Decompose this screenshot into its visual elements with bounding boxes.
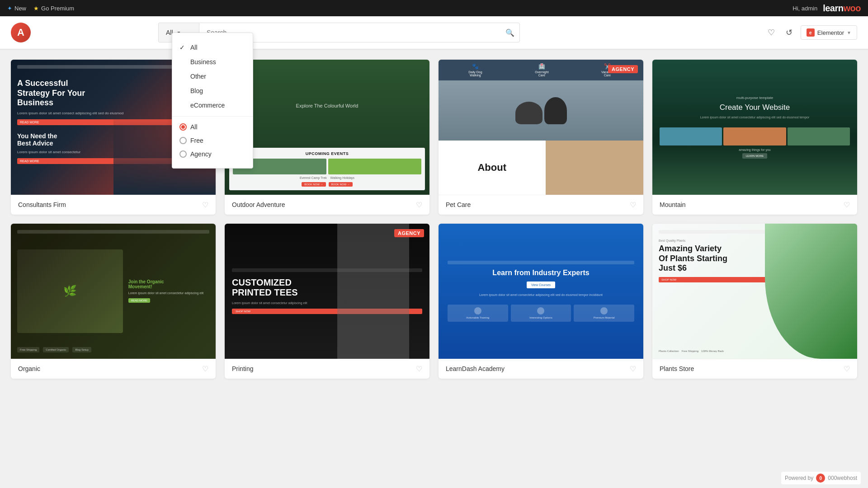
badge-agency-printing: AGENCY bbox=[394, 229, 424, 237]
new-label: New bbox=[14, 5, 26, 12]
card-footer-mountain: Mountain ♡ bbox=[652, 195, 857, 215]
template-card-plants[interactable]: Best Quality Plants Amazing VarietyOf Pl… bbox=[652, 224, 857, 379]
favorite-btn-learndash[interactable]: ♡ bbox=[630, 365, 636, 373]
radio-free-icon bbox=[179, 137, 187, 144]
favorite-btn-consultants[interactable]: ♡ bbox=[202, 201, 208, 209]
templates-grid: A SuccessfulStrategy For YourBusiness Lo… bbox=[0, 49, 868, 389]
learnwoo-logo: learnwoo bbox=[823, 3, 861, 14]
elementor-icon: e bbox=[807, 28, 815, 37]
card-footer-learndash: LearnDash Academy ♡ bbox=[439, 359, 643, 379]
favorites-button[interactable]: ♡ bbox=[765, 25, 778, 40]
search-button[interactable]: 🔍 bbox=[505, 28, 514, 37]
new-button[interactable]: ✦ New bbox=[7, 5, 26, 12]
header: A All ▼ 🔍 ♡ ↺ e Elementor ▼ bbox=[0, 16, 868, 49]
dropdown-item-business[interactable]: Business bbox=[172, 55, 253, 69]
topbar: ✦ New ★ Go Premium Hi, admin learnwoo bbox=[0, 0, 868, 16]
favorite-btn-organic[interactable]: ♡ bbox=[202, 365, 208, 373]
radio-agency-icon bbox=[179, 150, 187, 158]
plus-icon: ✦ bbox=[7, 5, 12, 12]
dropdown-category-section: ✓ All Business Other Blog eCommerce bbox=[172, 37, 253, 116]
favorite-btn-mountain[interactable]: ♡ bbox=[844, 201, 850, 209]
premium-button[interactable]: ★ Go Premium bbox=[33, 5, 74, 12]
thumbnail-mountain: multi-purpose template Create Your Websi… bbox=[652, 60, 857, 195]
card-thumb-printing: CUSTOMIZEDPRINTED TEES Lorem ipsum dolor… bbox=[225, 224, 429, 359]
dropdown-item-all-label: All bbox=[190, 44, 198, 51]
card-footer-organic: Organic ♡ bbox=[11, 359, 216, 379]
dropdown-item-ecommerce[interactable]: eCommerce bbox=[172, 98, 253, 113]
card-title-organic: Organic bbox=[18, 365, 40, 372]
card-title-plants: Plants Store bbox=[660, 365, 694, 372]
card-footer-plants: Plants Store ♡ bbox=[652, 359, 857, 379]
template-card-petcare[interactable]: 🐾 Daily DogWalking 🏥 OvernightCare ✂️ Va… bbox=[439, 60, 643, 215]
template-card-learndash[interactable]: Learn from Industry Experts View Courses… bbox=[439, 224, 643, 379]
card-thumb-plants: Best Quality Plants Amazing VarietyOf Pl… bbox=[652, 224, 857, 359]
thumbnail-plants: Best Quality Plants Amazing VarietyOf Pl… bbox=[652, 224, 857, 359]
card-thumb-learndash: Learn from Industry Experts View Courses… bbox=[439, 224, 643, 359]
dropdown-item-blog[interactable]: Blog bbox=[172, 84, 253, 98]
star-icon: ★ bbox=[33, 5, 39, 12]
radio-free-label: Free bbox=[190, 137, 203, 144]
template-card-printing[interactable]: CUSTOMIZEDPRINTED TEES Lorem ipsum dolor… bbox=[225, 224, 429, 379]
dropdown-item-ecommerce-label: eCommerce bbox=[190, 102, 225, 109]
card-title-petcare: Pet Care bbox=[446, 201, 471, 208]
dropdown-item-other-label: Other bbox=[190, 73, 206, 80]
card-thumb-petcare: 🐾 Daily DogWalking 🏥 OvernightCare ✂️ Va… bbox=[439, 60, 643, 195]
thumbnail-printing: CUSTOMIZEDPRINTED TEES Lorem ipsum dolor… bbox=[225, 224, 429, 359]
card-title-learndash: LearnDash Academy bbox=[446, 365, 505, 372]
radio-item-agency[interactable]: Agency bbox=[172, 147, 253, 161]
radio-all-icon bbox=[179, 123, 187, 131]
dropdown-item-blog-label: Blog bbox=[190, 87, 203, 94]
site-logo: A bbox=[11, 23, 31, 42]
dropdown-pricing-section: All Free Agency bbox=[172, 116, 253, 164]
favorite-btn-plants[interactable]: ♡ bbox=[844, 365, 850, 373]
checkmark-icon: ✓ bbox=[179, 44, 187, 51]
topbar-greeting: Hi, admin bbox=[793, 5, 817, 12]
radio-item-free[interactable]: Free bbox=[172, 134, 253, 147]
card-title-mountain: Mountain bbox=[660, 201, 686, 208]
dropdown-item-all[interactable]: ✓ All bbox=[172, 40, 253, 55]
thumbnail-organic: 🌿 Join the OrganicMovement! Lorem ipsum … bbox=[11, 224, 216, 359]
elementor-button[interactable]: e Elementor ▼ bbox=[801, 25, 857, 40]
card-title-outdoor: Outdoor Adventure bbox=[232, 201, 285, 208]
dropdown-item-other[interactable]: Other bbox=[172, 69, 253, 84]
category-dropdown-menu: ✓ All Business Other Blog eCommerce All bbox=[172, 33, 253, 169]
radio-agency-label: Agency bbox=[190, 150, 212, 158]
thumbnail-learndash: Learn from Industry Experts View Courses… bbox=[439, 224, 643, 359]
elementor-chevron-icon: ▼ bbox=[847, 30, 851, 35]
card-footer-consultants: Consultants Firm ♡ bbox=[11, 195, 216, 215]
radio-item-all[interactable]: All bbox=[172, 120, 253, 134]
card-thumb-organic: 🌿 Join the OrganicMovement! Lorem ipsum … bbox=[11, 224, 216, 359]
card-thumb-mountain: multi-purpose template Create Your Websi… bbox=[652, 60, 857, 195]
refresh-button[interactable]: ↺ bbox=[783, 25, 795, 40]
thumbnail-petcare: 🐾 Daily DogWalking 🏥 OvernightCare ✂️ Va… bbox=[439, 60, 643, 195]
premium-label: Go Premium bbox=[41, 5, 74, 12]
card-footer-outdoor: Outdoor Adventure ♡ bbox=[225, 195, 429, 215]
radio-all-label: All bbox=[190, 123, 198, 131]
topbar-right: Hi, admin learnwoo bbox=[793, 3, 861, 14]
template-card-organic[interactable]: 🌿 Join the OrganicMovement! Lorem ipsum … bbox=[11, 224, 216, 379]
badge-agency-petcare: AGENCY bbox=[608, 65, 638, 73]
template-card-outdoor[interactable]: Explore The Colourful World UPCOMING EVE… bbox=[225, 60, 429, 215]
card-title-printing: Printing bbox=[232, 365, 253, 372]
dropdown-item-business-label: Business bbox=[190, 58, 216, 66]
favorite-btn-petcare[interactable]: ♡ bbox=[630, 201, 636, 209]
card-thumb-outdoor: Explore The Colourful World UPCOMING EVE… bbox=[225, 60, 429, 195]
template-card-mountain[interactable]: multi-purpose template Create Your Websi… bbox=[652, 60, 857, 215]
search-icon: 🔍 bbox=[505, 29, 514, 37]
thumbnail-outdoor: Explore The Colourful World UPCOMING EVE… bbox=[225, 60, 429, 195]
card-footer-petcare: Pet Care ♡ bbox=[439, 195, 643, 215]
header-actions: ♡ ↺ e Elementor ▼ bbox=[765, 25, 857, 40]
card-title-consultants: Consultants Firm bbox=[18, 201, 66, 208]
favorite-btn-outdoor[interactable]: ♡ bbox=[416, 201, 422, 209]
card-footer-printing: Printing ♡ bbox=[225, 359, 429, 379]
elementor-label: Elementor bbox=[817, 29, 844, 36]
favorite-btn-printing[interactable]: ♡ bbox=[416, 365, 422, 373]
